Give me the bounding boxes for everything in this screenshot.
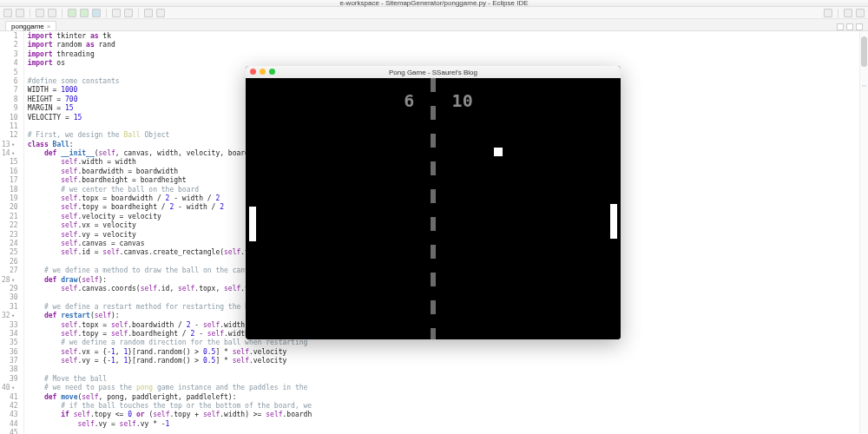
undo-icon[interactable]: [36, 9, 44, 17]
pong-score-right: 10: [452, 90, 473, 111]
zoom-window-icon[interactable]: [269, 69, 275, 75]
new-icon[interactable]: [3, 9, 12, 17]
view-menu-icon[interactable]: [837, 23, 844, 30]
run-icon[interactable]: [68, 9, 76, 17]
open-type-icon[interactable]: [112, 9, 121, 17]
ide-toolbar: [0, 7, 868, 19]
perspective-switch-icon[interactable]: [856, 9, 865, 17]
pong-window-title: Pong Game - SSaurel's Blog: [389, 69, 477, 76]
pong-paddle-left: [249, 207, 256, 241]
pong-paddle-right: [610, 204, 617, 239]
redo-icon[interactable]: [48, 9, 56, 17]
vertical-scrollbar[interactable]: [859, 31, 868, 434]
save-icon[interactable]: [16, 9, 24, 17]
minimize-icon[interactable]: [846, 23, 853, 30]
pong-score-left: 6: [404, 90, 414, 111]
debug-icon[interactable]: [80, 9, 89, 17]
back-icon[interactable]: [144, 9, 153, 17]
minimize-window-icon[interactable]: [260, 69, 266, 75]
pong-window-titlebar[interactable]: Pong Game - SSaurel's Blog: [246, 66, 621, 78]
perspective-python-icon[interactable]: [844, 9, 852, 17]
file-tab-label: ponggame: [11, 23, 44, 30]
maximize-icon[interactable]: [856, 23, 863, 30]
search-icon[interactable]: [124, 9, 133, 17]
editor-tabbar: ponggame ×: [0, 19, 868, 31]
overview-mark: [862, 85, 866, 87]
pong-ball: [494, 148, 503, 156]
pong-board: 6 10: [246, 78, 621, 339]
forward-icon[interactable]: [156, 9, 165, 17]
pong-net: [431, 78, 436, 339]
quick-access-icon[interactable]: [824, 9, 832, 17]
close-window-icon[interactable]: [250, 69, 256, 75]
pong-game-window[interactable]: Pong Game - SSaurel's Blog 6 10: [246, 66, 621, 339]
line-number-gutter: 12345678910111213▾14▾1516171819202122232…: [0, 31, 24, 434]
scrollbar-thumb[interactable]: [861, 36, 867, 67]
close-icon[interactable]: ×: [47, 23, 51, 30]
ide-window-title: e-workspace - SitemapGenerator/ponggame.…: [0, 0, 868, 7]
coverage-icon[interactable]: [92, 9, 101, 17]
editor-tab-ponggame[interactable]: ponggame ×: [5, 21, 56, 30]
